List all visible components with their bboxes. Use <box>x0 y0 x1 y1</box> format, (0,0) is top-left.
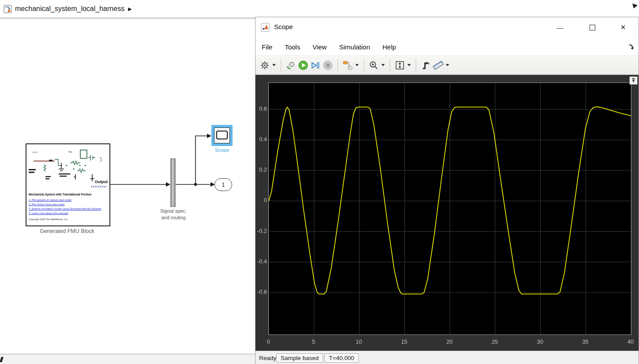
menu-simulation[interactable]: Simulation <box>333 43 376 51</box>
x-tick-label: 15 <box>398 338 411 345</box>
menu-help[interactable]: Help <box>376 43 402 51</box>
fmu-copyright: Copyright 2016 The MathWorks, Inc. <box>29 218 108 221</box>
waveform-plot <box>269 83 631 334</box>
breadcrumb-model-name[interactable]: mechanical_system_local_harness <box>15 5 124 13</box>
x-tick-label: 40 <box>624 338 637 345</box>
dock-icon[interactable] <box>628 44 634 50</box>
x-tick-label: 10 <box>352 338 365 345</box>
fmu-var-label: Var <box>68 150 72 153</box>
y-tick-label: 0 <box>256 197 267 203</box>
x-tick-label: 30 <box>534 338 547 345</box>
status-ready: Ready <box>259 355 276 361</box>
scope-toolbar <box>256 56 639 75</box>
fit-to-view-button[interactable] <box>394 60 406 71</box>
maximize-icon <box>590 25 595 30</box>
scope-statusbar: Ready Sample based T=40.000 <box>256 351 639 364</box>
minimize-button[interactable]: — <box>552 21 568 34</box>
fmu-output-port-label: Output <box>95 180 108 184</box>
simulink-model-icon <box>4 5 12 13</box>
highlight-dropdown-caret[interactable] <box>354 60 360 71</box>
editor-status-strip <box>0 354 255 364</box>
close-button[interactable]: ✕ <box>615 21 631 34</box>
matlab-icon <box>261 23 270 32</box>
status-sample-mode: Sample based <box>276 353 323 363</box>
window-title: Scope <box>274 23 293 30</box>
highlight-simulink-block-button[interactable] <box>342 60 353 71</box>
generated-fmu-block[interactable]: Var Output Mechanical System with Transl… <box>26 143 110 226</box>
zoom-dropdown-caret[interactable] <box>380 60 386 71</box>
step-forward-button[interactable] <box>310 60 321 71</box>
screenshot-root: mechanical_system_local_harness ▶ <box>0 0 639 364</box>
x-tick-label: 25 <box>488 338 501 345</box>
hidden-content-arrow <box>631 3 638 10</box>
fmu-port-subtext <box>91 186 107 188</box>
scope-menubar: File Tools View Simulation Help <box>256 38 639 56</box>
toolbar-separator <box>390 59 390 71</box>
menu-view[interactable]: View <box>306 43 333 51</box>
maximize-button[interactable] <box>584 21 600 34</box>
y-tick-label: -0.6 <box>256 289 267 295</box>
fmu-notes: Mechanical System with Translational Fri… <box>29 193 108 221</box>
fmu-notes-link[interactable]: 1. Plot speeds of masses (see code) <box>29 198 108 202</box>
breadcrumb: mechanical_system_local_harness ▶ <box>0 0 639 19</box>
cursor-measurements-button[interactable] <box>432 60 444 71</box>
fmu-notes-link[interactable]: 4. Learn more about this example <box>29 211 108 215</box>
fit-dropdown-caret[interactable] <box>406 60 412 71</box>
toolbar-separator <box>281 59 281 71</box>
toolbar-separator <box>338 59 338 71</box>
fmu-block-caption: Generated FMU Block <box>26 228 109 234</box>
status-sim-time: T=40.000 <box>324 353 358 363</box>
y-tick-label: -0.2 <box>256 228 267 234</box>
fmu-notes-title: Mechanical System with Translational Fri… <box>29 193 108 196</box>
breadcrumb-expand-arrow[interactable]: ▶ <box>128 6 132 12</box>
y-tick-label: 0.6 <box>256 105 267 112</box>
fmu-notes-link[interactable]: 3. Explore simulation results using Sims… <box>29 206 108 211</box>
scope-axes <box>268 83 631 335</box>
zoom-in-button[interactable] <box>368 60 380 71</box>
signal-spec-block[interactable] <box>170 158 176 207</box>
x-tick-label: 35 <box>579 338 592 345</box>
trigger-button[interactable] <box>420 60 432 71</box>
measurements-dropdown-caret[interactable] <box>445 60 450 71</box>
scope-block[interactable] <box>211 125 233 146</box>
scope-titlebar: Scope — ✕ <box>256 17 639 38</box>
x-tick-label: 0 <box>262 338 275 345</box>
y-tick-label: 0.2 <box>256 166 267 173</box>
toolbar-separator <box>416 59 416 71</box>
fmu-notes-link[interactable]: 2. Plot friction force (see code) <box>29 202 108 206</box>
x-tick-label: 20 <box>443 338 456 345</box>
x-tick-label: 5 <box>307 338 320 345</box>
outport-block[interactable]: 1 <box>214 178 232 191</box>
signal-spec-caption: Signal spec. and routing <box>149 208 198 221</box>
run-button[interactable] <box>297 60 309 71</box>
menu-file[interactable]: File <box>256 43 278 51</box>
step-back-button[interactable] <box>285 60 297 71</box>
y-tick-label: 0.4 <box>256 136 267 143</box>
menu-tools[interactable]: Tools <box>278 43 306 51</box>
configuration-dropdown-caret[interactable] <box>271 60 277 71</box>
scope-block-screen-icon <box>216 131 228 139</box>
expand-plot-button[interactable] <box>629 76 638 85</box>
configuration-gear-button[interactable] <box>259 60 271 71</box>
y-tick-label: -0.4 <box>256 258 267 265</box>
scope-window: Scope — ✕ File Tools View Simulation Hel… <box>255 17 639 364</box>
scope-plot-region: 0.60.40.20-0.2-0.4-0.6 0510152025303540 <box>256 75 639 351</box>
toolbar-separator <box>364 59 364 71</box>
scope-block-label: Scope <box>207 147 237 153</box>
stop-button[interactable] <box>322 60 334 71</box>
